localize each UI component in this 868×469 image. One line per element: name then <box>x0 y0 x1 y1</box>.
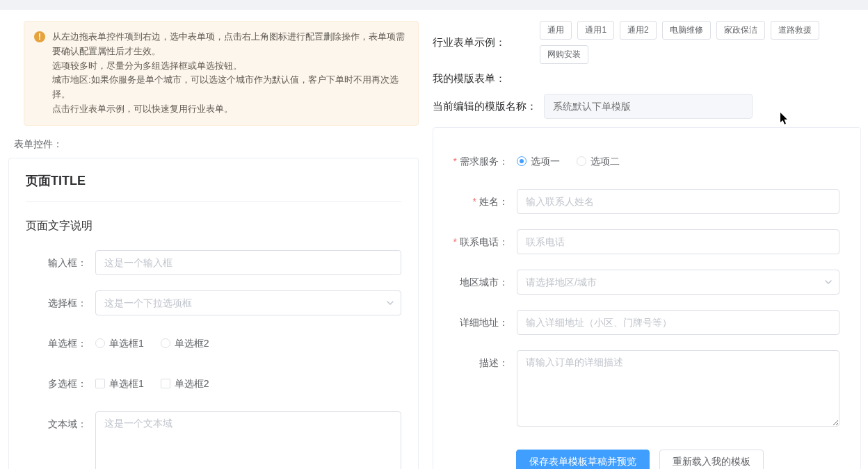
alert-line: 选项较多时，尽量分为多组选择框或单选按钮。 <box>52 59 407 74</box>
my-templates-row: 我的模版表单： <box>433 72 861 85</box>
industry-tag[interactable]: 家政保洁 <box>716 21 765 40</box>
industry-tag[interactable]: 道路救援 <box>771 21 819 40</box>
control-checkbox-label: 多选框： <box>26 371 95 396</box>
form-controls-label: 表单控件： <box>14 138 419 151</box>
left-column: ! 从左边拖表单控件项到右边，选中表单项，点击右上角图标进行配置删除操作，表单项… <box>7 10 419 469</box>
control-select-label: 选择框： <box>26 290 95 315</box>
city-label: 地区城市： <box>440 270 517 295</box>
reload-template-button[interactable]: 重新载入我的模板 <box>659 450 764 469</box>
phone-label: 联系电话： <box>440 229 517 254</box>
form-controls-card: 页面TITLE 页面文字说明 输入框： 选择框： 单选框： <box>8 158 419 469</box>
industry-tag[interactable]: 电脑维修 <box>662 21 711 40</box>
city-row[interactable]: 地区城市： <box>440 270 839 295</box>
name-row[interactable]: 姓名： <box>440 189 839 214</box>
service-option-label: 选项一 <box>531 149 560 174</box>
service-option[interactable]: 选项二 <box>577 149 620 174</box>
control-input-row[interactable]: 输入框： <box>26 250 401 275</box>
current-template-input <box>544 94 753 119</box>
main-layout: ! 从左边拖表单控件项到右边，选中表单项，点击右上角图标进行配置删除操作，表单项… <box>0 10 868 469</box>
alert-line: 城市地区:如果你服务是单个城市，可以选这个城市作为默认值，客户下单时不用再次选择… <box>52 73 407 102</box>
control-textarea-row[interactable]: 文本域： <box>26 411 401 469</box>
radio-icon <box>577 156 586 166</box>
control-input-label: 输入框： <box>26 250 95 275</box>
alert-line: 从左边拖表单控件项到右边，选中表单项，点击右上角图标进行配置删除操作，表单项需要… <box>52 30 407 59</box>
control-textarea-field[interactable] <box>95 411 401 469</box>
radio-option[interactable]: 单选框1 <box>95 331 144 356</box>
info-alert: ! 从左边拖表单控件项到右边，选中表单项，点击右上角图标进行配置删除操作，表单项… <box>24 21 419 126</box>
industry-tag[interactable]: 通用2 <box>620 21 657 40</box>
top-bar <box>0 0 868 10</box>
desc-textarea[interactable] <box>517 350 839 427</box>
radio-icon <box>95 338 105 348</box>
form-builder-card: 需求服务： 选项一 选项二 姓名： <box>433 127 861 469</box>
page-desc[interactable]: 页面文字说明 <box>26 219 401 233</box>
industry-tag[interactable]: 网购安装 <box>540 45 588 64</box>
my-templates-label: 我的模版表单： <box>433 72 537 85</box>
name-label: 姓名： <box>440 189 517 214</box>
checkbox-option[interactable]: 单选框1 <box>95 371 144 396</box>
control-select-row[interactable]: 选择框： <box>26 290 401 315</box>
save-preview-button[interactable]: 保存表单模板草稿并预览 <box>516 450 650 469</box>
address-row[interactable]: 详细地址： <box>440 310 839 335</box>
phone-input[interactable] <box>517 229 839 254</box>
city-select[interactable] <box>517 270 839 295</box>
desc-label: 描述： <box>440 350 517 375</box>
button-row: 保存表单模板草稿并预览 重新载入我的模板 <box>440 450 839 469</box>
phone-row[interactable]: 联系电话： <box>440 229 839 254</box>
address-label: 详细地址： <box>440 310 517 335</box>
name-input[interactable] <box>517 189 839 214</box>
control-checkbox-row[interactable]: 多选框： 单选框1 单选框2 <box>26 371 401 396</box>
checkbox-option-label: 单选框1 <box>109 371 144 396</box>
checkbox-option[interactable]: 单选框2 <box>161 371 209 396</box>
service-option[interactable]: 选项一 <box>517 149 560 174</box>
radio-icon <box>517 156 527 166</box>
control-radio-label: 单选框： <box>26 331 95 356</box>
radio-icon <box>161 338 170 348</box>
control-textarea-label: 文本域： <box>26 411 95 436</box>
industry-examples-row: 行业表单示例： 通用 通用1 通用2 电脑维修 家政保洁 道路救援 网购安装 <box>433 21 861 64</box>
control-radio-row[interactable]: 单选框： 单选框1 单选框2 <box>26 331 401 356</box>
service-row[interactable]: 需求服务： 选项一 选项二 <box>440 149 839 174</box>
radio-option[interactable]: 单选框2 <box>161 331 209 356</box>
service-label: 需求服务： <box>440 149 517 174</box>
current-template-label: 当前编辑的模版名称： <box>433 100 537 113</box>
checkbox-icon <box>95 379 105 388</box>
industry-examples-label: 行业表单示例： <box>433 36 533 49</box>
industry-tags: 通用 通用1 通用2 电脑维修 家政保洁 道路救援 网购安装 <box>540 21 861 64</box>
radio-option-label: 单选框1 <box>109 331 144 356</box>
right-column: 行业表单示例： 通用 通用1 通用2 电脑维修 家政保洁 道路救援 网购安装 我… <box>433 10 861 469</box>
info-icon: ! <box>34 31 45 42</box>
checkbox-option-label: 单选框2 <box>175 371 209 396</box>
service-option-label: 选项二 <box>590 149 620 174</box>
industry-tag[interactable]: 通用 <box>540 21 572 40</box>
desc-row[interactable]: 描述： <box>440 350 839 429</box>
industry-tag[interactable]: 通用1 <box>577 21 614 40</box>
radio-option-label: 单选框2 <box>175 331 209 356</box>
control-input-field[interactable] <box>95 250 401 275</box>
control-select-field[interactable] <box>95 290 401 315</box>
address-input[interactable] <box>517 310 839 335</box>
current-template-row: 当前编辑的模版名称： <box>433 94 861 119</box>
checkbox-icon <box>161 379 170 388</box>
alert-line: 点击行业表单示例，可以快速复用行业表单。 <box>52 102 407 117</box>
page-title[interactable]: 页面TITLE <box>26 172 401 202</box>
